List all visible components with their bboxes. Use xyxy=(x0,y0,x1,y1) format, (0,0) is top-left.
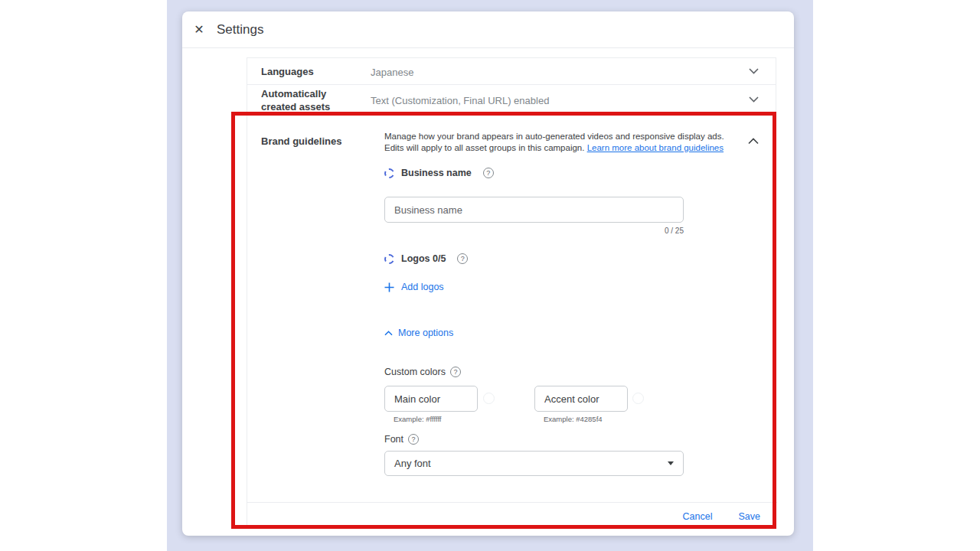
chevron-up-icon xyxy=(384,331,393,336)
business-name-input[interactable] xyxy=(384,197,684,223)
footer-actions: Cancel Save xyxy=(680,510,763,523)
brand-guidelines-description: Manage how your brand appears in auto-ge… xyxy=(384,131,752,154)
help-icon[interactable]: ? xyxy=(450,367,461,377)
row-value: Text (Customization, Final URL) enabled xyxy=(371,95,549,106)
help-icon[interactable]: ? xyxy=(457,253,468,264)
cancel-button[interactable]: Cancel xyxy=(680,510,716,523)
font-header: Font ? xyxy=(384,434,419,445)
business-name-label: Business name xyxy=(401,168,472,178)
asset-placeholder-icon xyxy=(384,168,394,178)
row-value: Japanese xyxy=(371,67,413,78)
main-color-example: Example: #ffffff xyxy=(394,415,442,423)
accent-color-swatch[interactable] xyxy=(632,393,644,404)
help-icon[interactable]: ? xyxy=(408,434,419,445)
dialog-header: ✕ Settings xyxy=(182,11,794,48)
logos-header: Logos 0/5 ? xyxy=(384,253,468,264)
row-label: Languages xyxy=(261,66,314,77)
plus-icon xyxy=(384,282,394,292)
description-line2: Edits will apply to all asset groups in … xyxy=(384,143,584,152)
more-options-toggle[interactable]: More options xyxy=(384,328,453,338)
logos-label: Logos 0/5 xyxy=(401,253,446,264)
screen: ✕ Settings Languages Japanese Automatica… xyxy=(0,0,980,551)
dialog-title: Settings xyxy=(217,22,263,37)
font-label: Font xyxy=(384,434,403,445)
help-icon[interactable]: ? xyxy=(483,168,494,178)
settings-dialog: ✕ Settings Languages Japanese Automatica… xyxy=(182,11,794,536)
accent-color-input[interactable] xyxy=(534,386,628,412)
font-select-value: Any font xyxy=(394,458,668,469)
add-logos-button[interactable]: Add logos xyxy=(384,282,444,292)
custom-colors-label: Custom colors xyxy=(384,367,446,377)
save-button[interactable]: Save xyxy=(736,510,764,523)
more-options-label: More options xyxy=(398,328,453,338)
dropdown-arrow-icon xyxy=(668,461,674,465)
settings-panel: Languages Japanese Automatically created… xyxy=(247,57,776,529)
chevron-down-icon[interactable] xyxy=(749,96,759,103)
business-name-header: Business name ? xyxy=(384,168,494,178)
accent-color-example: Example: #4285f4 xyxy=(544,415,603,423)
chevron-up-icon[interactable] xyxy=(748,134,762,148)
footer-divider xyxy=(247,502,777,503)
brand-guidelines-label: Brand guidelines xyxy=(261,135,341,147)
chevron-down-icon[interactable] xyxy=(749,68,759,74)
main-color-input[interactable] xyxy=(384,386,478,412)
row-label: Automatically created assets xyxy=(261,87,362,113)
asset-placeholder-icon xyxy=(384,254,394,264)
learn-more-link[interactable]: Learn more about brand guidelines xyxy=(587,143,724,152)
main-color-swatch[interactable] xyxy=(483,393,495,404)
character-counter: 0 / 25 xyxy=(384,227,684,235)
close-icon[interactable]: ✕ xyxy=(191,21,207,38)
row-languages[interactable]: Languages Japanese xyxy=(247,58,776,85)
row-automatically-created-assets[interactable]: Automatically created assets Text (Custo… xyxy=(247,85,776,115)
add-logos-label: Add logos xyxy=(401,282,444,292)
font-select[interactable]: Any font xyxy=(384,451,684,476)
custom-colors-header: Custom colors ? xyxy=(384,367,461,377)
description-line1: Manage how your brand appears in auto-ge… xyxy=(384,132,724,141)
